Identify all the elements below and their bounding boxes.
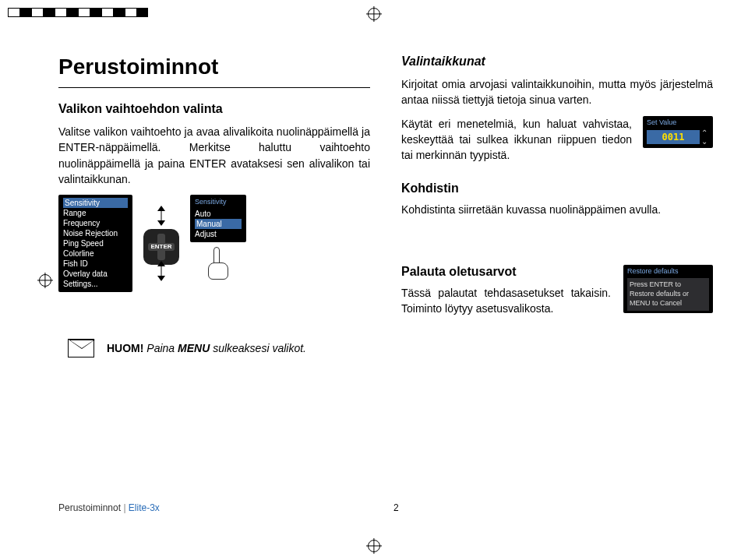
note-row: HUOM! Paina MENU sulkeaksesi valikot. [58, 339, 370, 357]
menu-item: Settings... [63, 279, 128, 289]
left-column: Perustoiminnot Valikon vaihtoehdon valin… [58, 55, 370, 357]
arrow-down-icon [157, 261, 166, 281]
set-value-title: Set Value [647, 118, 709, 126]
section-heading: Valikon vaihtoehdon valinta [58, 102, 370, 116]
menu-item: Adjust [195, 229, 242, 239]
section-heading: Valintaikkunat [401, 55, 713, 69]
restore-body: Press ENTER to Restore defaults or MENU … [627, 278, 709, 310]
menu-items-box: Sensitivity Range Frequency Noise Reject… [58, 195, 132, 292]
arrow-up-icon [157, 206, 166, 226]
restore-row: Palauta oletusarvot Tässä palautat tehda… [401, 265, 713, 325]
divider [58, 87, 370, 88]
dpad-figure: ENTER [143, 195, 179, 281]
note-menu-word: MENU [178, 342, 210, 354]
page-title: Perustoiminnot [58, 55, 370, 79]
chevron-updown-icon: ⌃⌄ [700, 129, 709, 146]
dpad-enter-label: ENTER [150, 243, 171, 250]
menu-item: Colorline [63, 248, 128, 259]
body-text: Käytät eri menetelmiä, kun haluat vahvis… [401, 116, 632, 164]
menu-item: Sensitivity [63, 198, 128, 208]
restore-defaults-box: Restore defaults Press ENTER to Restore … [623, 265, 713, 313]
note-italic: sulkeaksesi valikot. [210, 342, 306, 354]
menu-item: Ping Speed [63, 238, 128, 248]
footer-section: Perustoiminnot [58, 502, 121, 513]
menu-item: Overlay data [63, 269, 128, 279]
color-bar [8, 8, 148, 17]
figure-menu-navigation: Sensitivity Range Frequency Noise Reject… [58, 195, 370, 292]
registration-mark-icon [368, 540, 380, 552]
body-text: Valitse valikon vaihtoehto ja avaa aliva… [58, 124, 370, 187]
note-bold: HUOM! [107, 342, 143, 354]
registration-mark-icon [368, 8, 380, 20]
menu-item: Auto [195, 209, 242, 219]
hand-pointer-icon [205, 247, 231, 280]
body-text: Kohdistinta siirretään kuvassa nuolinäpp… [401, 202, 713, 217]
restore-title: Restore defaults [627, 267, 709, 276]
set-value-box: Set Value 0011 ⌃⌄ [643, 116, 713, 148]
footer-brand: Elite-3x [129, 502, 160, 513]
envelope-icon [68, 339, 94, 357]
body-text: Tässä palautat tehdasasetukset takaisin.… [401, 285, 611, 317]
page-number: 2 [378, 502, 713, 513]
menu-item: Frequency [63, 218, 128, 228]
menu-item: Noise Rejection [63, 228, 128, 238]
note-italic: Paina [143, 342, 178, 354]
page-footer: Perustoiminnot | Elite-3x 2 [58, 502, 713, 513]
body-text: Kirjoitat omia arvojasi valintaikkunoihi… [401, 76, 713, 108]
submenu-title: Sensitivity [195, 198, 242, 207]
menu-item: Fish ID [63, 259, 128, 269]
right-column: Valintaikkunat Kirjoitat omia arvojasi v… [401, 55, 713, 357]
section-heading: Kohdistin [401, 181, 713, 195]
section-heading: Palauta oletusarvot [401, 265, 611, 279]
set-value-row: Käytät eri menetelmiä, kun haluat vahvis… [401, 116, 713, 171]
note-text: HUOM! Paina MENU sulkeaksesi valikot. [107, 342, 306, 354]
set-value-number: 0011 [647, 130, 700, 144]
menu-item: Manual [195, 219, 242, 229]
submenu-box: Sensitivity Auto Manual Adjust [190, 195, 246, 242]
registration-mark-icon [39, 274, 51, 287]
menu-item: Range [63, 208, 128, 218]
